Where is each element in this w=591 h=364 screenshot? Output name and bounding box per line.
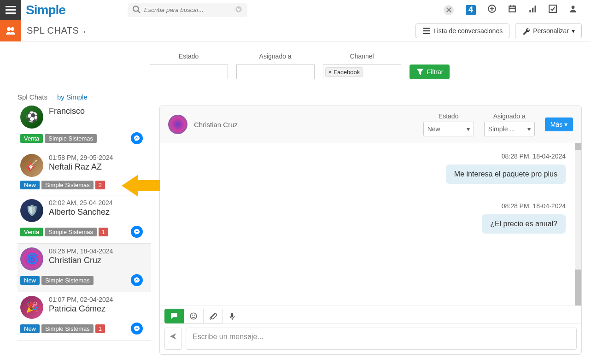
page-title: SPL CHATS ›: [27, 25, 86, 36]
composer-tab-mic[interactable]: [222, 309, 242, 323]
svg-line-1: [138, 11, 140, 13]
status-tag: New: [20, 276, 40, 285]
breadcrumb: Spl Chats by Simple: [8, 84, 591, 106]
filter-channel-select[interactable]: × Facebook: [323, 65, 401, 79]
messages-pane: 08:28 PM, 18-04-2024Me interesa el paque…: [160, 143, 581, 305]
send-button[interactable]: [164, 328, 182, 350]
detail-asignado-col: Asignado a Simple ... ▾: [484, 112, 535, 136]
chart-icon[interactable]: [528, 5, 537, 15]
composer-tab-attach[interactable]: [203, 309, 222, 323]
unread-badge: 2: [95, 181, 105, 189]
filter-button-label: Filtrar: [427, 68, 444, 76]
logo[interactable]: Simple: [26, 3, 65, 18]
page-title-text: SPL CHATS: [27, 25, 79, 35]
logo-text: Simple: [26, 3, 65, 17]
chat-list: ⚽FranciscoVentaSimple Sistemas🎸01:58 PM,…: [18, 106, 151, 355]
sub-actions: Lista de conversaciones Personalizar ▾: [415, 23, 591, 38]
filter-estado: Estado: [150, 51, 228, 79]
chat-item-time: 08:26 PM, 18-04-2024: [49, 247, 113, 255]
module-icon-tab[interactable]: [0, 20, 21, 41]
detail-asignado-label: Asignado a: [493, 112, 526, 120]
composer-tab-emoji[interactable]: [184, 309, 203, 323]
conversation-list-button[interactable]: Lista de conversaciones: [415, 23, 509, 38]
chevron-right-icon: ›: [83, 29, 86, 35]
message-bubble: ¿El precio es anual?: [482, 214, 566, 234]
messages-scroll-thumb-top[interactable]: [575, 143, 581, 150]
left-gutter: [0, 41, 8, 364]
chat-list-item[interactable]: ⚽FranciscoVentaSimple Sistemas: [18, 106, 151, 150]
search-input[interactable]: [144, 6, 234, 13]
chat-list-item[interactable]: 🌀08:26 PM, 18-04-2024Christian CruzNewSi…: [18, 244, 151, 292]
composer-tabs: [160, 306, 581, 324]
status-tag: New: [20, 181, 40, 189]
customize-button[interactable]: Personalizar ▾: [515, 23, 582, 38]
message-time: 08:28 PM, 18-04-2024: [502, 202, 566, 210]
global-search[interactable]: [128, 3, 247, 17]
messages-scroll-thumb-bottom[interactable]: [575, 270, 581, 305]
svg-rect-6: [509, 6, 515, 12]
caret-down-icon: ▾: [527, 125, 531, 133]
detail-asignado-value: Simple ...: [488, 125, 515, 133]
message-time: 08:28 PM, 18-04-2024: [502, 153, 566, 160]
paperclip-icon: [209, 312, 217, 320]
search-icon: [132, 5, 140, 15]
chat-item-time: 01:07 PM, 02-04-2024: [49, 296, 113, 303]
filter-estado-input[interactable]: [150, 65, 228, 79]
messenger-icon: [131, 323, 143, 335]
avatar: 🎸: [20, 154, 43, 177]
filter-row: Estado Asignado a Channel × Facebook x: [8, 41, 591, 84]
status-tag: New: [20, 324, 40, 333]
chat-detail: Christian Cruz Estado New ▾ Asignado a: [159, 106, 582, 355]
detail-estado-value: New: [427, 125, 440, 133]
customize-label: Personalizar: [533, 27, 569, 35]
x-icon[interactable]: ✕: [444, 5, 454, 15]
more-button-label: Más: [550, 121, 562, 128]
split-area: ⚽FranciscoVentaSimple Sistemas🎸01:58 PM,…: [8, 106, 591, 364]
user-icon[interactable]: [569, 5, 577, 15]
detail-estado-select[interactable]: New ▾: [423, 122, 474, 136]
filter-channel-tag[interactable]: × Facebook: [325, 67, 363, 77]
chat-item-name: Francisco: [49, 106, 85, 116]
composer-tab-message[interactable]: [164, 309, 184, 323]
filter-asignado-input[interactable]: [236, 65, 315, 79]
svg-point-20: [190, 313, 197, 319]
breadcrumb-module: Spl Chats: [18, 93, 47, 101]
detail-estado-col: Estado New ▾: [423, 112, 474, 136]
svg-point-21: [192, 315, 193, 316]
chat-item-name: Alberto Sánchez: [49, 207, 113, 217]
chat-item-name: Christian Cruz: [49, 256, 113, 265]
caret-down-icon: ▾: [572, 27, 575, 35]
checklist-icon[interactable]: [549, 5, 557, 15]
plus-icon[interactable]: [488, 5, 496, 15]
filter-channel-tag-text: Facebook: [334, 69, 360, 76]
filter-button[interactable]: Filtrar: [410, 65, 450, 79]
message-bubble: Me interesa el paquete pro plus: [446, 164, 566, 184]
detail-estado-label: Estado: [439, 112, 459, 120]
filter-channel-label: Channel: [350, 51, 374, 62]
hamburger-menu[interactable]: [0, 0, 21, 20]
unread-badge: 1: [95, 324, 105, 333]
list-icon: [422, 27, 431, 35]
four-box-icon[interactable]: 4: [466, 5, 476, 15]
calendar-icon[interactable]: [508, 5, 516, 15]
more-button[interactable]: Más ▾: [545, 117, 573, 131]
conversation-list-label: Lista de conversaciones: [433, 27, 503, 35]
chat-list-item[interactable]: 🛡️02:02 AM, 25-04-2024Alberto SánchezVen…: [18, 195, 151, 244]
emoji-icon: [189, 312, 198, 320]
detail-header: Christian Cruz Estado New ▾ Asignado a: [160, 106, 581, 143]
filter-asignado: Asignado a: [236, 51, 315, 79]
chat-list-item[interactable]: 🎉01:07 PM, 02-04-2024Patricia GómezNewSi…: [18, 292, 151, 341]
chat-item-time: 01:58 PM, 29-05-2024: [49, 154, 113, 161]
avatar: 🛡️: [20, 199, 43, 222]
top-icons: ✕ 4: [444, 5, 591, 15]
tag-remove-icon[interactable]: ×: [328, 69, 332, 76]
avatar: ⚽: [20, 106, 43, 129]
detail-asignado-select[interactable]: Simple ... ▾: [484, 122, 535, 136]
breadcrumb-by-link[interactable]: by Simple: [57, 93, 88, 101]
svg-rect-12: [535, 6, 536, 12]
compose-input[interactable]: Escribe un mensaje...: [186, 328, 577, 350]
chat-item-name: Neftali Raz AZ: [49, 162, 113, 172]
filter-estado-label: Estado: [179, 51, 199, 62]
composer: Escribe un mensaje...: [160, 305, 581, 354]
filter-asignado-label: Asignado a: [259, 51, 292, 62]
